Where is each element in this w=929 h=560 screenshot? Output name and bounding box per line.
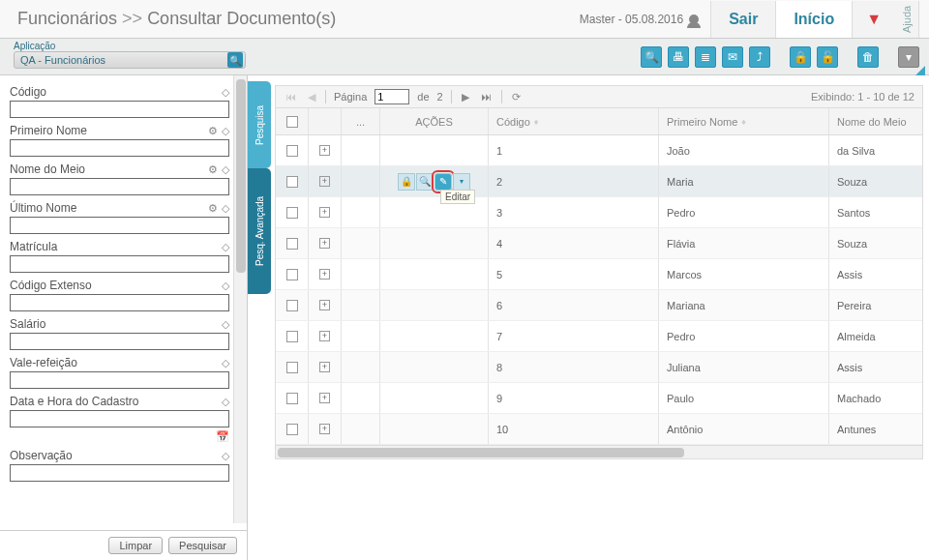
row-expand[interactable]: + <box>309 290 342 320</box>
clear-field-icon[interactable]: ◇ <box>222 357 229 369</box>
input-observacao[interactable] <box>10 464 229 482</box>
refresh-icon[interactable]: ⟳ <box>510 91 523 103</box>
cell-nome-meio: Pereira <box>829 290 922 320</box>
clear-field-icon[interactable]: ◇ <box>222 163 229 176</box>
mail-icon[interactable]: ✉ <box>722 46 743 68</box>
report-icon[interactable]: ≣ <box>695 46 716 68</box>
clear-field-icon[interactable]: ◇ <box>222 396 229 408</box>
row-checkbox[interactable] <box>276 414 309 444</box>
row-checkbox[interactable] <box>276 166 309 196</box>
row-expand[interactable]: + <box>309 135 342 165</box>
prev-page-icon[interactable]: ◀ <box>306 91 317 103</box>
application-search-icon[interactable]: 🔍 <box>227 52 243 68</box>
row-expand[interactable]: + <box>309 197 342 227</box>
sort-icon[interactable]: ♦ <box>741 117 746 127</box>
cell-nome-meio: Almeida <box>829 321 922 351</box>
search-icon[interactable]: 🔍 <box>641 46 662 68</box>
input-salario[interactable] <box>10 333 229 350</box>
lock-icon[interactable]: 🔒 <box>398 173 415 191</box>
row-expand[interactable]: + <box>309 414 342 444</box>
page-input[interactable] <box>375 89 409 104</box>
next-page-icon[interactable]: ▶ <box>460 91 471 103</box>
table-row[interactable]: +10AntônioAntunes <box>276 414 922 445</box>
table-row[interactable]: +9PauloMachado <box>276 383 922 414</box>
input-nome-do-meio[interactable] <box>10 178 229 195</box>
clear-field-icon[interactable]: ◇ <box>222 450 229 462</box>
table-row[interactable]: +3PedroSantos <box>276 197 922 228</box>
calendar-icon[interactable]: 📅 <box>216 430 229 442</box>
cell-nome-meio: Assis <box>829 352 922 382</box>
tab-basic-search[interactable]: Pesquisa <box>248 81 271 168</box>
row-checkbox[interactable] <box>276 228 309 258</box>
menu-icon[interactable]: ▾ <box>898 46 919 68</box>
trash-icon[interactable]: 🗑 <box>857 46 879 68</box>
row-checkbox[interactable] <box>276 383 309 413</box>
header-primeiro-nome[interactable]: Primeiro Nome♦ <box>659 108 829 134</box>
row-checkbox[interactable] <box>276 197 309 227</box>
export-icon[interactable]: ⤴ <box>749 46 770 68</box>
header-nome-meio[interactable]: Nome do Meio <box>829 108 922 134</box>
sort-icon[interactable]: ♦ <box>534 117 539 127</box>
table-row[interactable]: +8JulianaAssis <box>276 352 922 383</box>
h-scrollbar-thumb[interactable] <box>278 448 684 457</box>
clear-field-icon[interactable]: ◇ <box>222 280 229 292</box>
search-button[interactable]: Pesquisar <box>168 537 237 554</box>
help-button[interactable]: Ajuda <box>895 1 919 38</box>
table-row[interactable]: +6MarianaPereira <box>276 290 922 321</box>
tab-advanced-search[interactable]: Pesq. Avançada <box>248 168 271 294</box>
row-expand[interactable]: + <box>309 321 342 351</box>
row-expand[interactable]: + <box>309 383 342 413</box>
gear-icon[interactable]: ⚙ <box>208 202 218 215</box>
table-row[interactable]: +4FláviaSouza <box>276 228 922 259</box>
scrollbar-thumb[interactable] <box>236 79 246 273</box>
row-checkbox[interactable] <box>276 352 309 382</box>
header-codigo[interactable]: Código♦ <box>489 108 659 134</box>
collapse-toggle-icon[interactable] <box>915 66 925 75</box>
logout-button[interactable]: Sair <box>710 1 775 38</box>
row-checkbox[interactable] <box>276 321 309 351</box>
clear-field-icon[interactable]: ◇ <box>222 318 229 331</box>
unlock-icon[interactable]: 🔓 <box>817 46 838 68</box>
clear-field-icon[interactable]: ◇ <box>222 202 229 215</box>
row-checkbox[interactable] <box>276 259 309 289</box>
row-actions <box>380 414 489 444</box>
grid-h-scrollbar[interactable] <box>275 446 923 459</box>
table-row[interactable]: +7PedroAlmeida <box>276 321 922 352</box>
row-expand[interactable]: + <box>309 166 342 196</box>
print-icon[interactable]: 🖶 <box>668 46 689 68</box>
more-icon[interactable]: ▾ <box>453 173 470 191</box>
row-expand[interactable]: + <box>309 352 342 382</box>
gear-icon[interactable]: ⚙ <box>208 163 218 176</box>
input-primeiro-nome[interactable] <box>10 139 229 157</box>
search-scrollbar[interactable] <box>233 75 247 523</box>
home-button[interactable]: Início <box>775 1 852 38</box>
header-checkbox[interactable] <box>276 108 309 134</box>
table-row[interactable]: +1Joãoda Silva <box>276 135 922 166</box>
header-more[interactable]: ... <box>342 108 380 134</box>
row-expand[interactable]: + <box>309 259 342 289</box>
edit-icon[interactable]: ✎ <box>435 173 452 191</box>
clear-field-icon[interactable]: ◇ <box>222 125 229 137</box>
clear-button[interactable]: Limpar <box>108 537 163 554</box>
pager-status: Exibindo: 1 - 10 de 12 <box>811 91 914 103</box>
row-checkbox[interactable] <box>276 290 309 320</box>
row-expand[interactable]: + <box>309 228 342 258</box>
row-checkbox[interactable] <box>276 135 309 165</box>
input-data-cadastro[interactable] <box>10 410 229 427</box>
input-vale-refeicao[interactable] <box>10 371 229 389</box>
input-codigo-extenso[interactable] <box>10 294 229 311</box>
table-row[interactable]: +5MarcosAssis <box>276 259 922 290</box>
last-page-icon[interactable]: ⏭ <box>479 91 494 103</box>
clear-field-icon[interactable]: ◇ <box>222 241 229 253</box>
view-icon[interactable]: 🔍 <box>416 173 434 191</box>
application-select[interactable]: QA - Funcionários 🔍 <box>14 51 246 69</box>
first-page-icon[interactable]: ⏮ <box>284 91 298 103</box>
clear-field-icon[interactable]: ◇ <box>222 86 229 99</box>
lock-icon[interactable]: 🔒 <box>790 46 811 68</box>
gear-icon[interactable]: ⚙ <box>208 125 218 137</box>
input-matricula[interactable] <box>10 255 229 273</box>
input-codigo[interactable] <box>10 101 229 118</box>
input-ultimo-nome[interactable] <box>10 217 229 234</box>
dropdown-button[interactable]: ▼ <box>852 1 895 38</box>
table-row[interactable]: +🔒🔍✎▾Editar2MariaSouza <box>276 166 922 197</box>
